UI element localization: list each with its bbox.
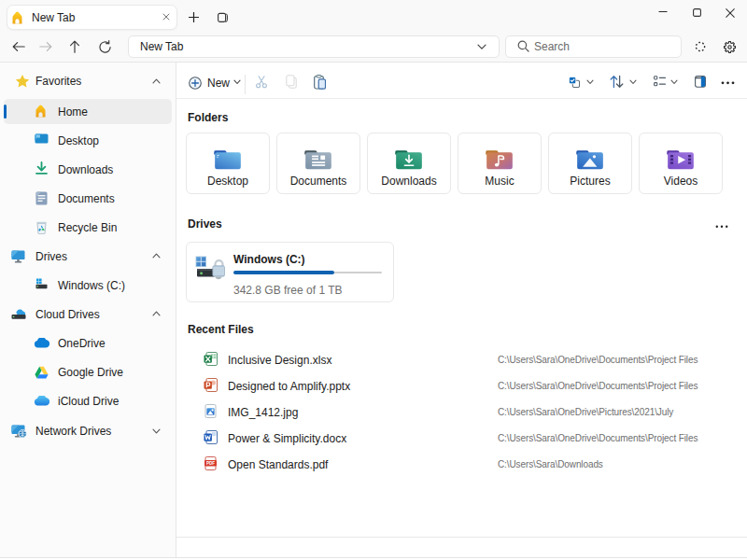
svg-text:PDF: PDF xyxy=(206,461,215,466)
